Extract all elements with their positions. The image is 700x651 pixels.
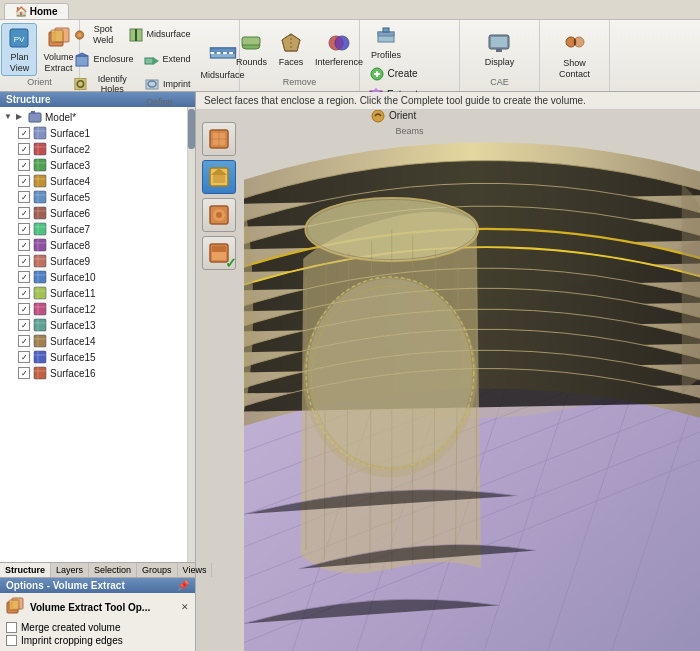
display-button[interactable]: Display xyxy=(481,29,519,70)
rounds-icon xyxy=(239,31,263,55)
checkbox-surface1[interactable] xyxy=(18,127,30,139)
options-pin-icon[interactable]: 📌 xyxy=(177,580,189,591)
imprint-edges-checkbox[interactable] xyxy=(6,635,17,646)
tab-groups[interactable]: Groups xyxy=(137,563,178,577)
cae-section: Display CAE xyxy=(460,20,540,91)
rounds-button[interactable]: Rounds xyxy=(232,29,271,70)
checkbox-surface8[interactable] xyxy=(18,239,30,251)
profiles-button[interactable]: Profiles xyxy=(364,22,408,63)
guide-complete[interactable] xyxy=(202,160,236,194)
surface9-icon xyxy=(33,254,47,268)
tree-item-surface7[interactable]: Surface7 xyxy=(0,221,187,237)
svg-rect-72 xyxy=(34,271,46,283)
surface-list: Surface1 Surface2 Surface3 xyxy=(0,125,187,381)
checkbox-surface15[interactable] xyxy=(18,351,30,363)
svg-rect-60 xyxy=(34,207,46,219)
svg-rect-48 xyxy=(34,143,46,155)
spot-weld-button[interactable]: Spot Weld xyxy=(70,22,121,48)
home-tab[interactable]: 🏠 Home xyxy=(4,3,69,19)
create-icon xyxy=(369,66,385,82)
tree-item-model[interactable]: ▼ ▶ Model* xyxy=(0,109,187,125)
checkbox-surface11[interactable] xyxy=(18,287,30,299)
split-by-plane-button[interactable]: Midsurface xyxy=(124,22,195,48)
tree-item-surface3[interactable]: Surface3 xyxy=(0,157,187,173)
volume-extract-icon xyxy=(47,26,71,50)
info-bar: Select faces that enclose a region. Clic… xyxy=(196,92,700,110)
interference-button[interactable]: Interference xyxy=(311,29,367,70)
svg-rect-9 xyxy=(76,56,88,66)
tree-item-surface11[interactable]: Surface11 xyxy=(0,285,187,301)
orient-label: Orient xyxy=(27,77,52,89)
tree-item-surface9[interactable]: Surface9 xyxy=(0,253,187,269)
tab-selection[interactable]: Selection xyxy=(89,563,137,577)
tree-item-surface10[interactable]: Surface10 xyxy=(0,269,187,285)
svg-rect-107 xyxy=(212,252,226,260)
tree-item-surface13[interactable]: Surface13 xyxy=(0,317,187,333)
tree-item-surface1[interactable]: Surface1 xyxy=(0,125,187,141)
tree-item-surface6[interactable]: Surface6 xyxy=(0,205,187,221)
enclosure-icon xyxy=(74,52,90,68)
checkbox-surface3[interactable] xyxy=(18,159,30,171)
checkbox-surface5[interactable] xyxy=(18,191,30,203)
svg-marker-12 xyxy=(153,57,159,65)
show-contact-button[interactable]: Show Contact xyxy=(544,30,605,82)
svg-rect-75 xyxy=(34,287,46,299)
expand-model2-icon[interactable]: ▶ xyxy=(16,112,26,122)
tree-item-surface15[interactable]: Surface15 xyxy=(0,349,187,365)
remove-section: Rounds Faces Interference Remove xyxy=(240,20,360,91)
checkbox-surface16[interactable] xyxy=(18,367,30,379)
plan-view-button[interactable]: PV Plan View xyxy=(1,23,37,77)
tree-item-surface16[interactable]: Surface16 xyxy=(0,365,187,381)
tab-structure[interactable]: Structure xyxy=(0,563,51,577)
imprint-button[interactable]: Imprint xyxy=(140,72,195,98)
checkbox-surface9[interactable] xyxy=(18,255,30,267)
tree-item-surface5[interactable]: Surface5 xyxy=(0,189,187,205)
cae-label: CAE xyxy=(490,77,509,89)
extend-button[interactable]: Extend xyxy=(140,50,195,70)
surface2-icon xyxy=(33,142,47,156)
checkbox-surface7[interactable] xyxy=(18,223,30,235)
tree-item-surface8[interactable]: Surface8 xyxy=(0,237,187,253)
tree-item-surface14[interactable]: Surface14 xyxy=(0,333,187,349)
checkbox-surface4[interactable] xyxy=(18,175,30,187)
create-button[interactable]: Create xyxy=(364,64,422,84)
guide-select-faces[interactable] xyxy=(202,122,236,156)
svg-rect-81 xyxy=(34,319,46,331)
viewport-svg[interactable] xyxy=(244,120,700,651)
spot-weld-icon xyxy=(74,27,85,43)
svg-point-6 xyxy=(78,33,82,37)
enclosure-button[interactable]: Enclosure xyxy=(70,50,137,70)
merge-volume-checkbox[interactable] xyxy=(6,622,17,633)
svg-rect-4 xyxy=(51,30,63,42)
tree-scrollbar[interactable] xyxy=(187,107,195,562)
checkbox-surface6[interactable] xyxy=(18,207,30,219)
tab-layers[interactable]: Layers xyxy=(51,563,89,577)
interference-icon xyxy=(327,31,351,55)
complete-guide-icon xyxy=(207,165,231,189)
surface7-icon xyxy=(33,222,47,236)
viewport[interactable]: Select faces that enclose a region. Clic… xyxy=(196,92,700,651)
faces-button[interactable]: Faces xyxy=(273,29,309,70)
surface4-icon xyxy=(33,174,47,188)
expand-model-icon[interactable]: ▼ xyxy=(4,112,14,122)
tree-item-surface2[interactable]: Surface2 xyxy=(0,141,187,157)
checkbox-surface14[interactable] xyxy=(18,335,30,347)
options-tool-row: Volume Extract Tool Op... ✕ xyxy=(6,597,189,617)
volume-extract-options-icon xyxy=(6,597,26,617)
guide-step3[interactable] xyxy=(202,198,236,232)
tree-item-surface4[interactable]: Surface4 xyxy=(0,173,187,189)
display-icon xyxy=(487,31,511,55)
checkbox-surface12[interactable] xyxy=(18,303,30,315)
options-close-button[interactable]: ✕ xyxy=(181,602,189,612)
identify-holes-button[interactable]: Identify Holes xyxy=(70,72,138,98)
tree-area[interactable]: ▼ ▶ Model* Surf xyxy=(0,107,195,562)
svg-rect-39 xyxy=(496,49,502,52)
checkbox-surface2[interactable] xyxy=(18,143,30,155)
step3-guide-icon xyxy=(207,203,231,227)
guide-step4[interactable]: ✓ xyxy=(202,236,236,270)
tree-item-surface12[interactable]: Surface12 xyxy=(0,301,187,317)
model-icon xyxy=(28,110,42,124)
checkbox-surface10[interactable] xyxy=(18,271,30,283)
viewport-canvas[interactable] xyxy=(244,120,700,651)
checkbox-surface13[interactable] xyxy=(18,319,30,331)
